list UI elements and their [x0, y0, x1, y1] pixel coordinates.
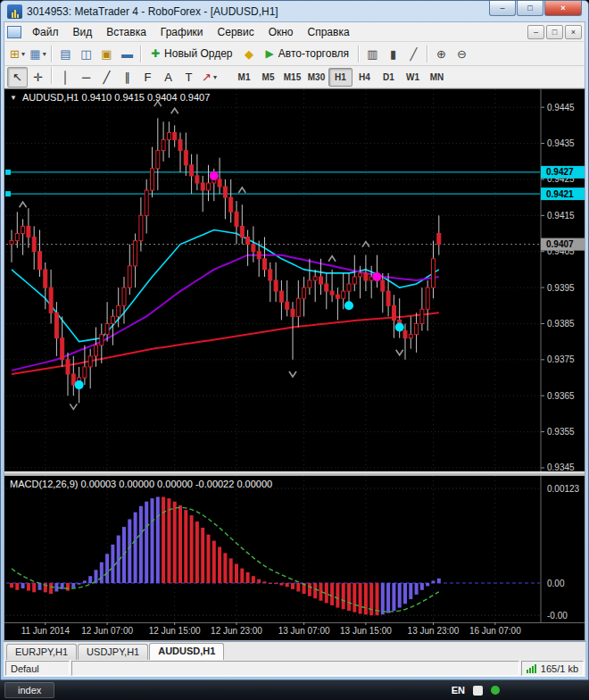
toolbar-separator: [140, 46, 142, 62]
tab-usdjpy-h1[interactable]: USDJPY,H1: [78, 644, 148, 660]
chart-header: ▼ AUDUSD,H1 0.9410 0.9415 0.9404 0.9407: [10, 92, 210, 103]
svg-text:0.00123: 0.00123: [547, 484, 580, 494]
cursor-button[interactable]: ↖: [7, 67, 28, 88]
timeframe-h1[interactable]: H1: [328, 68, 353, 87]
market-watch-button[interactable]: ▤: [55, 44, 76, 64]
status-profile[interactable]: Defaul: [5, 661, 70, 676]
text-label-button[interactable]: T: [178, 67, 199, 88]
timeframe-m15[interactable]: M15: [280, 68, 304, 87]
language-indicator[interactable]: EN: [452, 685, 465, 696]
horizontal-line-button[interactable]: ─: [76, 67, 96, 88]
menu-item-7[interactable]: Справка: [301, 24, 357, 40]
svg-text:0.9421: 0.9421: [546, 189, 574, 199]
time-axis[interactable]: 11 Jun 201412 Jun 07:0012 Jun 15:0012 Ju…: [4, 622, 585, 638]
zoom-out-button[interactable]: ⊖: [452, 44, 472, 64]
auto-trading-button[interactable]: ▶Авто-торговля: [260, 44, 355, 64]
new-chart-button[interactable]: ⊞▾: [7, 44, 28, 64]
vertical-line-button[interactable]: │: [55, 67, 76, 88]
desktop: 3014953: MetaTrader 4 - RoboForex - [AUD…: [0, 0, 589, 700]
minimize-button[interactable]: –: [489, 1, 516, 16]
chart-line-icon: ╱: [411, 48, 418, 60]
channel-icon: ∥: [124, 71, 130, 83]
dropdown-caret-icon: ▾: [21, 50, 25, 58]
timeframe-m1[interactable]: M1: [232, 68, 256, 87]
dropdown-caret-icon: ▾: [213, 73, 217, 81]
taskbar-window-button[interactable]: index: [4, 682, 54, 698]
chart-candles-button[interactable]: ▮: [383, 44, 403, 64]
connection-status: 165/1 kb: [521, 661, 584, 676]
crosshair-button[interactable]: ✛: [28, 67, 48, 88]
window-controls: – □ ×: [488, 1, 582, 16]
svg-text:0.9345: 0.9345: [547, 462, 575, 471]
toolbar-separator: [51, 67, 53, 84]
cursor-icon: ↖: [12, 71, 22, 83]
channel-button[interactable]: ∥: [117, 67, 137, 88]
svg-text:0.00: 0.00: [547, 579, 565, 588]
svg-text:0.9445: 0.9445: [547, 103, 575, 112]
mdi-minimize-button[interactable]: –: [527, 25, 544, 39]
terminal-button[interactable]: ▬: [117, 44, 137, 64]
timeframe-mn[interactable]: MN: [425, 68, 449, 87]
svg-text:0.9435: 0.9435: [547, 138, 575, 148]
zoom-in-button[interactable]: ⊕: [431, 44, 452, 64]
menu-item-6[interactable]: Окно: [261, 24, 301, 40]
network-tray-icon[interactable]: [491, 686, 500, 695]
collapse-icon[interactable]: ▼: [10, 94, 17, 102]
metaeditor-button[interactable]: ◆: [239, 44, 260, 64]
svg-text:11 Jun 2014: 11 Jun 2014: [21, 626, 71, 636]
menu-item-4[interactable]: Графики: [153, 24, 211, 40]
timeframe-bar: M1M5M15M30H1H4D1W1MN: [232, 68, 449, 87]
trendline-button[interactable]: ╱: [96, 67, 117, 88]
svg-text:0.9355: 0.9355: [547, 427, 575, 437]
tab-audusd-h1[interactable]: AUDUSD,H1: [149, 643, 224, 660]
timeframe-w1[interactable]: W1: [401, 68, 425, 87]
toolbar-separator: [51, 46, 53, 62]
svg-text:0.9365: 0.9365: [547, 391, 575, 401]
mdi-close-button[interactable]: ×: [565, 25, 582, 39]
market-watch-icon: ▤: [60, 48, 71, 60]
svg-text:0.9415: 0.9415: [547, 211, 575, 221]
navigator-button[interactable]: ▣: [96, 44, 117, 64]
new-order-button[interactable]: ✚Новый Ордер: [145, 44, 239, 64]
menu-item-1[interactable]: Файл: [25, 24, 66, 40]
macd-header: MACD(12,26,9) 0.00003 0.00000 0.00000 -0…: [10, 479, 272, 489]
toolbar-separator: [358, 46, 360, 62]
close-button[interactable]: ×: [544, 1, 582, 16]
tab-eurjpy-h1[interactable]: EURJPY,H1: [6, 644, 77, 660]
chart-bars-button[interactable]: ▥: [362, 44, 383, 64]
timeframe-m30[interactable]: M30: [304, 68, 328, 87]
text-button[interactable]: A: [158, 67, 178, 88]
text-icon: A: [164, 71, 172, 83]
profiles-button[interactable]: ▦▾: [28, 44, 48, 64]
arrows-button[interactable]: ↗▾: [199, 67, 220, 88]
menu-item-2[interactable]: Вид: [66, 24, 100, 40]
svg-text:13 Jun 23:00: 13 Jun 23:00: [408, 626, 460, 636]
zoom-out-icon: ⊖: [457, 48, 467, 60]
maximize-button[interactable]: □: [517, 1, 543, 16]
new-chart-icon: ⊞: [10, 48, 20, 60]
trendline-icon: ╱: [104, 71, 111, 83]
status-spacer: [71, 661, 519, 676]
menu-item-3[interactable]: Вставка: [99, 24, 153, 40]
data-window-button[interactable]: ◫: [76, 44, 96, 64]
timeframe-d1[interactable]: D1: [377, 68, 401, 87]
svg-text:12 Jun 07:00: 12 Jun 07:00: [81, 626, 133, 636]
chart-line-button[interactable]: ╱: [403, 44, 424, 64]
macd-pane: MACD(12,26,9) 0.00003 0.00000 0.00000 -0…: [4, 476, 585, 622]
toolbar-standard: ⊞▾▦▾▤◫▣▬✚Новый Ордер◆▶Авто-торговля▥▮╱⊕⊖: [4, 42, 585, 66]
language-bar-icon[interactable]: [473, 686, 483, 696]
timeframe-m5[interactable]: M5: [256, 68, 280, 87]
statusbar: Defaul 165/1 kb: [4, 660, 585, 677]
mdi-restore-button[interactable]: □: [546, 25, 563, 39]
fibonacci-button[interactable]: F: [137, 67, 158, 88]
fibonacci-icon: F: [145, 71, 152, 83]
data-window-icon: ◫: [80, 48, 91, 60]
mt4-window: 3014953: MetaTrader 4 - RoboForex - [AUD…: [0, 0, 589, 680]
svg-text:0.9407: 0.9407: [546, 239, 574, 249]
price-chart[interactable]: 0.94450.94350.94250.94150.94050.93950.93…: [4, 89, 585, 471]
titlebar[interactable]: 3014953: MetaTrader 4 - RoboForex - [AUD…: [4, 1, 585, 21]
menu-item-5[interactable]: Сервис: [211, 24, 261, 40]
timeframe-h4[interactable]: H4: [353, 68, 377, 87]
svg-text:13 Jun 07:00: 13 Jun 07:00: [278, 626, 330, 636]
macd-chart[interactable]: 0.001230.00-0.00: [4, 476, 585, 622]
